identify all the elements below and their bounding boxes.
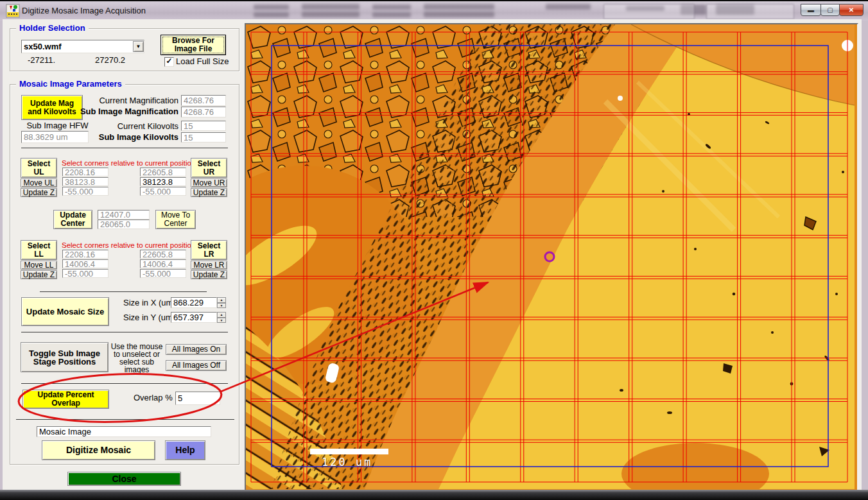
move-ur-button[interactable]: Move UR	[191, 178, 227, 187]
close-button[interactable]: Close	[67, 472, 181, 486]
current-magnification-field: 4268.76	[181, 95, 226, 106]
update-z-lr-button[interactable]: Update Z	[191, 270, 227, 279]
move-ul-button[interactable]: Move UL	[21, 178, 57, 187]
browse-image-file-button[interactable]: Browse For Image File	[161, 35, 226, 55]
ll-z-field: -55.000	[62, 269, 108, 278]
overlap-field[interactable]: 5	[175, 392, 220, 405]
separator	[21, 332, 228, 332]
select-ur-button[interactable]: Select UR	[191, 158, 227, 178]
sub-image-kilovolts-label: Sub Image Kilovolts	[82, 133, 178, 142]
select-ll-line1: Select	[28, 242, 50, 250]
sub-image-hfw-field: 88.3629 um	[21, 131, 89, 143]
select-ul-button[interactable]: Select UL	[21, 158, 57, 178]
size-x-label: Size in X (um)	[123, 298, 176, 307]
sub-image-hfw-label: Sub Image HFW	[26, 121, 89, 130]
spin-up-icon[interactable]: ▲	[217, 312, 226, 318]
spin-down-icon[interactable]: ▼	[217, 318, 226, 323]
combobox-dropdown-button[interactable]: ▼	[133, 41, 144, 52]
select-lr-line2: LR	[204, 250, 214, 259]
all-images-off-button[interactable]: All Images Off	[166, 360, 227, 371]
separator	[21, 383, 228, 384]
update-center-button[interactable]: Update Center	[53, 210, 92, 229]
current-magnification-label: Current Magnification	[96, 96, 178, 105]
ur-y-field[interactable]: 38123.8	[140, 177, 186, 186]
sub-image-magnification-label: Sub Image Magnification	[71, 107, 178, 116]
select-ll-line2: LL	[34, 250, 44, 259]
spin-up-icon[interactable]: ▲	[217, 297, 226, 303]
update-percent-overlap-button[interactable]: Update Percent Overlap	[22, 390, 109, 409]
select-ul-line2: UL	[34, 168, 44, 177]
mosaic-parameters-title: Mosaic Image Parameters	[16, 80, 125, 89]
scale-bar-label: 120 um	[322, 456, 399, 469]
toggle-line1: Toggle Sub Image	[29, 349, 100, 358]
toggle-sub-image-button[interactable]: Toggle Sub Image Stage Positions	[21, 342, 108, 372]
close-window-button[interactable]: ✕	[839, 4, 864, 16]
move-ll-button[interactable]: Move LL	[21, 261, 57, 270]
lr-z-field: -55.000	[140, 269, 186, 278]
size-y-spinner[interactable]: ▲▼	[217, 312, 226, 323]
ll-y-field: 14006.4	[62, 259, 108, 268]
update-z-ul-button[interactable]: Update Z	[21, 188, 57, 197]
mosaic-name-field[interactable]: Mosaic Image	[37, 426, 211, 437]
overlap-button-line2: Overlap	[51, 399, 80, 408]
update-mag-line2: and Kilovolts	[28, 108, 76, 116]
help-button[interactable]: Help	[165, 440, 205, 460]
center-y-field: 26065.0	[98, 220, 150, 229]
browse-line2: Image File	[175, 45, 213, 53]
ul-x-field: 2208.16	[62, 168, 108, 177]
app-icon	[6, 4, 20, 18]
separator	[40, 291, 207, 292]
size-y-label: Size in Y (um)	[123, 313, 175, 322]
update-z-ll-button[interactable]: Update Z	[21, 270, 57, 279]
position-marker	[545, 252, 554, 261]
holder-file-value: sx50.wmf	[24, 42, 62, 51]
move-to-center-line2: Center	[164, 220, 187, 228]
select-lr-button[interactable]: Select LR	[191, 240, 227, 260]
size-x-field[interactable]: 868.229	[171, 297, 217, 308]
lr-x-field: 22605.8	[140, 250, 186, 259]
holder-file-combobox[interactable]: sx50.wmf	[21, 40, 144, 53]
update-mosaic-size-button[interactable]: Update Mosaic Size	[21, 297, 109, 326]
toggle-line2: Stage Positions	[33, 358, 96, 366]
all-images-on-button[interactable]: All Images On	[166, 344, 227, 355]
separator	[16, 419, 234, 420]
ll-x-field: 2208.16	[62, 250, 108, 259]
select-ur-line1: Select	[198, 160, 220, 168]
holder-selection-title: Holder Selection	[16, 24, 89, 33]
size-x-spinner[interactable]: ▲▼	[217, 297, 226, 308]
current-kilovolts-field: 15	[181, 121, 226, 131]
select-ll-button[interactable]: Select LL	[21, 240, 57, 260]
update-z-ur-button[interactable]: Update Z	[191, 188, 227, 197]
update-mag-line1: Update Mag	[30, 99, 74, 108]
move-to-center-button[interactable]: Move To Center	[155, 210, 196, 229]
mouse-hint-text: Use the mouse to unselect or select sub …	[110, 343, 163, 374]
load-full-size-checkbox[interactable]: ✓	[164, 57, 174, 67]
ur-x-field: 22605.8	[140, 168, 186, 177]
update-center-line2: Center	[60, 220, 85, 228]
scale-bar	[310, 449, 388, 454]
center-x-field: 12407.0	[98, 210, 150, 220]
move-lr-button[interactable]: Move LR	[191, 261, 227, 270]
ul-y-field: 38123.8	[62, 177, 108, 186]
window-title: Digitize Mosaic Image Acquisition	[22, 6, 146, 15]
overlap-label: Overlap %	[134, 393, 173, 402]
load-full-size-label: Load Full Size	[176, 57, 229, 66]
ur-z-field: -55.000	[140, 187, 186, 196]
selection-rectangle	[272, 46, 828, 467]
acquisition-grid-overlay	[246, 24, 855, 489]
select-lr-line1: Select	[198, 242, 220, 250]
window-bottom-border	[0, 490, 868, 500]
minimize-button[interactable]: ▬	[801, 4, 821, 16]
lr-y-field: 14006.4	[140, 259, 186, 268]
size-y-field[interactable]: 657.397	[171, 312, 217, 323]
current-kilovolts-label: Current Kilovolts	[109, 122, 178, 131]
digitize-mosaic-button[interactable]: Digitize Mosaic	[42, 440, 155, 460]
maximize-button[interactable]: ▢	[820, 4, 840, 16]
sub-image-magnification-field: 4268.76	[181, 107, 226, 117]
separator	[21, 148, 228, 148]
title-bar: Digitize Mosaic Image Acquisition ▬ ▢ ✕	[0, 0, 868, 21]
select-ul-line1: Select	[28, 160, 50, 168]
chevron-down-icon: ▼	[136, 42, 141, 51]
spin-down-icon[interactable]: ▼	[217, 303, 226, 309]
mosaic-image-viewport[interactable]: 120 um	[245, 23, 858, 493]
